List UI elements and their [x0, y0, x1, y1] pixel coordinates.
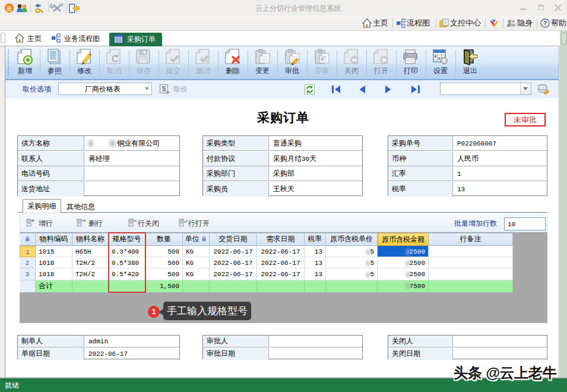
svg-text:云: 云: [7, 5, 12, 12]
svg-text:$: $: [162, 85, 166, 92]
svg-text:?: ?: [543, 20, 547, 27]
